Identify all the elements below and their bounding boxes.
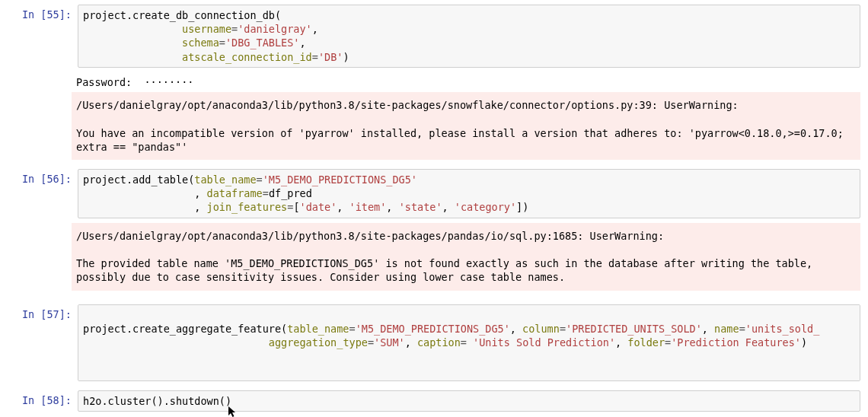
input-prompt: In [55]: [8,5,78,24]
string: 'Prediction Features' [671,336,801,349]
indent [83,23,182,35]
string: 'M5_DEMO_PREDICTIONS_DG5' [263,173,417,186]
string: 'PREDICTED_UNITS_SOLD' [566,323,702,335]
indent: , [83,187,207,199]
punct: , [615,336,627,349]
string: 'item' [349,201,387,213]
string: 'DBG_TABLES' [225,37,300,49]
code-input-area[interactable]: project.create_aggregate_feature(table_n… [78,304,860,381]
code-text: project.create_db_connection_db( [83,9,281,21]
string: 'Units Sold Prediction' [473,336,615,349]
kwarg: caption [417,336,461,349]
code-cell-55: In [55]: project.create_db_connection_db… [8,5,860,68]
indent: , [83,201,207,213]
kwarg: aggregation_type [269,336,368,349]
punct: , [386,201,398,213]
string: 'date' [300,201,337,213]
op: = [461,336,473,349]
output-row: /Users/danielgray/opt/anaconda3/lib/pyth… [8,223,860,291]
op: = [257,173,263,186]
output-text: Password: ········ [72,72,860,92]
op: = [368,336,374,349]
indent [83,336,269,349]
code-input-area[interactable]: h2o.cluster().shutdown() [78,390,860,412]
string: 'state' [399,201,442,213]
password-prompt: Password: ········ [76,75,856,89]
code-cell-58: In [58]: h2o.cluster().shutdown() [8,390,860,412]
op: = [263,187,269,199]
punct: , [312,23,318,35]
string: 'category' [455,201,516,213]
kwarg: join_features [207,201,288,213]
op: = [231,23,238,35]
output-row: Password: ········ /Users/danielgray/opt… [8,72,860,160]
kwarg: username [182,23,231,35]
punct: , [442,201,455,213]
kwarg: column [522,323,560,335]
op: = [219,37,225,49]
punct: ) [343,51,349,63]
code-cell-56: In [56]: project.add_table(table_name='M… [8,169,860,218]
punct: , [300,37,306,49]
punct: , [337,201,349,213]
code-input-area[interactable]: project.create_db_connection_db( usernam… [78,5,860,68]
warning-output: /Users/danielgray/opt/anaconda3/lib/pyth… [72,223,860,291]
code-input-area[interactable]: project.add_table(table_name='M5_DEMO_PR… [78,169,860,218]
op: = [665,336,671,349]
punct: , [702,323,714,335]
string: 'units_sold_ [745,323,820,335]
code-text: h2o.cluster().shutdown() [83,395,231,407]
input-prompt: In [57]: [8,304,78,324]
string: 'SUM' [374,336,405,349]
op: = [312,51,318,63]
punct: ) [801,336,807,349]
op: = [739,323,745,335]
punct: [ [293,201,299,213]
string: 'M5_DEMO_PREDICTIONS_DG5' [356,323,510,335]
kwarg: schema [182,37,219,49]
kwarg: dataframe [207,187,263,199]
string: 'danielgray' [238,23,312,35]
kwarg: name [714,323,739,335]
punct: , [405,336,417,349]
input-prompt: In [58]: [8,390,78,410]
kwarg: table_name [287,323,349,335]
op: = [560,323,566,335]
code-cell-57: In [57]: project.create_aggregate_featur… [8,304,860,381]
identifier: df_pred [269,187,312,199]
indent [83,37,182,49]
punct: , [510,323,522,335]
code-text: project.create_aggregate_feature( [83,323,287,335]
jupyter-notebook: In [55]: project.create_db_connection_db… [0,0,868,417]
indent [83,51,182,63]
string: 'DB' [318,51,343,63]
kwarg: folder [627,336,665,349]
op: = [349,323,356,335]
code-text: project.add_table( [83,173,194,186]
punct: ]) [516,201,528,213]
kwarg: atscale_connection_id [182,51,312,63]
warning-output: /Users/danielgray/opt/anaconda3/lib/pyth… [72,92,860,160]
kwarg: table_name [194,173,256,186]
warning-text: /Users/danielgray/opt/anaconda3/lib/pyth… [76,98,856,154]
input-prompt: In [56]: [8,169,78,189]
warning-text: /Users/danielgray/opt/anaconda3/lib/pyth… [76,229,856,285]
